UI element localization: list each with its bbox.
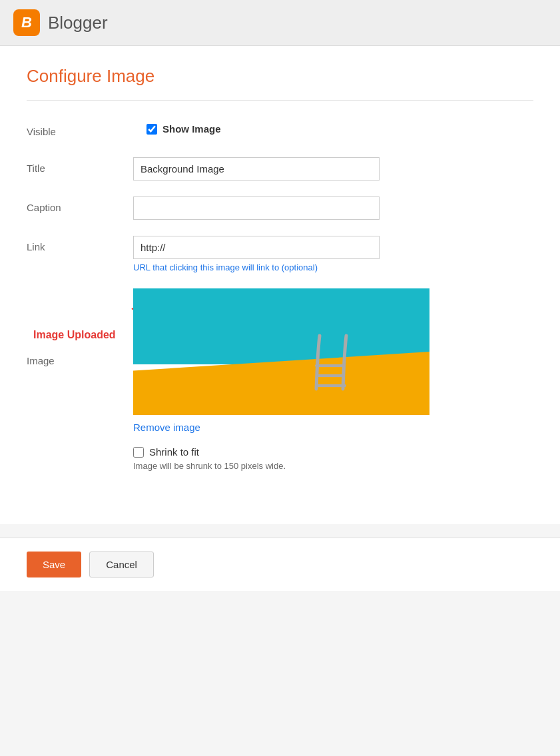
link-input[interactable] — [133, 236, 380, 259]
divider — [27, 100, 533, 101]
caption-input[interactable] — [133, 196, 380, 220]
visible-label: Visible — [27, 121, 133, 137]
shrink-hint: Image will be shrunk to 150 pixels wide. — [133, 461, 533, 471]
link-field-container: URL that clicking this image will link t… — [133, 236, 380, 272]
footer: Save Cancel — [0, 538, 560, 591]
shrink-label: Shrink to fit — [149, 446, 199, 458]
save-button[interactable]: Save — [27, 552, 81, 577]
caption-field-container — [133, 196, 380, 220]
pool-sky — [133, 288, 429, 364]
cancel-button[interactable]: Cancel — [89, 552, 154, 577]
remove-image-link[interactable]: Remove image — [133, 422, 533, 433]
link-label: Link — [27, 236, 133, 252]
shrink-row: Shrink to fit Image will be shrunk to 15… — [133, 446, 533, 471]
visible-row: Visible Show Image — [27, 121, 533, 137]
blogger-logo-icon: B — [13, 9, 40, 36]
shrink-checkbox[interactable] — [133, 447, 144, 458]
link-row: Link URL that clicking this image will l… — [27, 236, 533, 272]
main-content: Configure Image Visible Show Image Title… — [0, 46, 560, 524]
image-uploaded-text: Image Uploaded — [33, 329, 116, 340]
title-label: Title — [27, 157, 133, 174]
link-hint: URL that clicking this image will link t… — [133, 262, 380, 272]
uploaded-image — [133, 288, 429, 415]
image-content: Remove image Shrink to fit Image will be… — [133, 288, 533, 484]
caption-row: Caption — [27, 196, 533, 220]
show-image-label: Show Image — [162, 123, 221, 135]
title-input[interactable] — [133, 157, 380, 181]
title-row: Title — [27, 157, 533, 181]
app-name: Blogger — [48, 13, 108, 33]
caption-label: Caption — [27, 196, 133, 213]
show-image-checkbox[interactable] — [146, 124, 157, 135]
app-header: B Blogger — [0, 0, 560, 46]
shrink-checkbox-line: Shrink to fit — [133, 446, 533, 458]
page-title: Configure Image — [27, 66, 533, 87]
pool-ladder-icon — [310, 332, 363, 395]
title-field-container — [133, 157, 380, 181]
image-row: Image Uploaded Image — [27, 288, 533, 484]
